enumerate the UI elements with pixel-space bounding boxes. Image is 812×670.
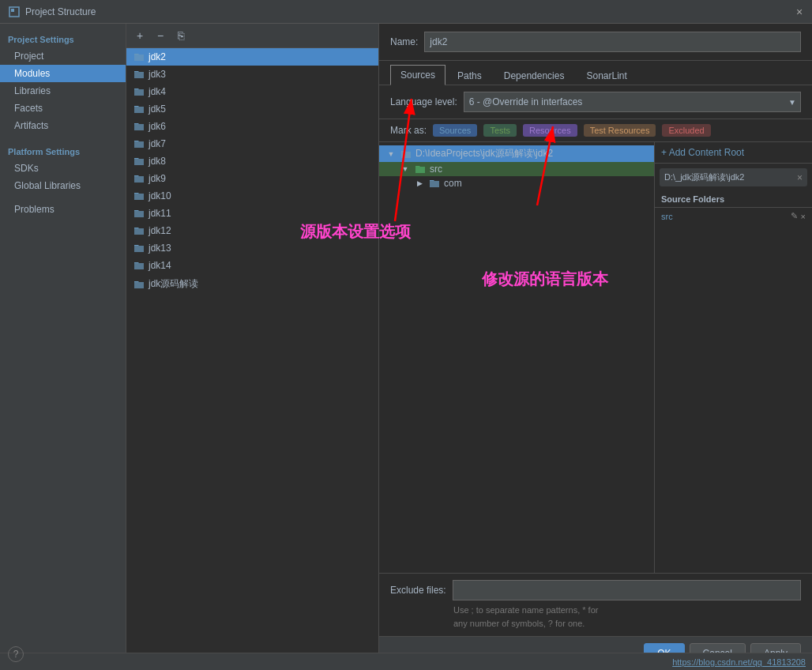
- language-level-select-wrapper: 6 - @Override in interfaces ▼: [464, 92, 801, 112]
- mark-badge-test-resources[interactable]: Test Resources: [584, 124, 656, 137]
- tree-item-src[interactable]: ▼ src: [379, 162, 654, 176]
- tab-sources[interactable]: Sources: [390, 65, 445, 85]
- module-item-jdk5[interactable]: jdk5: [126, 100, 378, 118]
- tab-paths[interactable]: Paths: [447, 66, 492, 85]
- status-bar-url[interactable]: https://blog.csdn.net/qq_41813208: [672, 657, 806, 667]
- folder-icon: [133, 279, 145, 290]
- sidebar-item-project[interactable]: Project: [0, 47, 126, 65]
- add-module-button[interactable]: +: [131, 27, 148, 44]
- close-button[interactable]: ×: [793, 6, 806, 18]
- folder-icon: [133, 173, 145, 184]
- mark-badge-resources[interactable]: Resources: [523, 124, 577, 137]
- tree-item-root[interactable]: ▼ D:\IdeaProjects\jdk源码解读\jdk2: [379, 145, 654, 162]
- file-tree: ▼ D:\IdeaProjects\jdk源码解读\jdk2 ▼ src: [379, 142, 654, 573]
- name-label: Name:: [390, 36, 418, 47]
- folder-icon: [133, 121, 145, 132]
- module-item-jdk6[interactable]: jdk6: [126, 118, 378, 135]
- source-folder-item-src: src ✎ ×: [655, 208, 812, 224]
- module-item-jdk8[interactable]: jdk8: [126, 152, 378, 170]
- question-icon: ?: [13, 649, 19, 660]
- module-list: + − ⎘ jdk2 jdk3 jdk4: [126, 24, 379, 670]
- language-level-row: Language level: 6 - @Override in interfa…: [379, 85, 812, 119]
- tab-dependencies[interactable]: Dependencies: [494, 66, 575, 85]
- module-label: jdk12: [148, 225, 171, 236]
- project-settings-title: Project Settings: [0, 30, 126, 47]
- path-box: D:\_jdk源码解读\jdk2 ×: [660, 168, 807, 186]
- module-label: jdk13: [148, 243, 171, 254]
- tree-expand-icon[interactable]: ▶: [414, 178, 425, 189]
- add-content-root-button[interactable]: + Add Content Root: [655, 142, 812, 164]
- module-item-jdk-src[interactable]: jdk源码解读: [126, 274, 378, 294]
- module-item-jdk14[interactable]: jdk14: [126, 257, 378, 274]
- module-label: jdk8: [148, 156, 166, 167]
- path-label: D:\_jdk源码解读\jdk2: [664, 171, 744, 183]
- folder-icon: [133, 190, 145, 201]
- tree-item-label: D:\IdeaProjects\jdk源码解读\jdk2: [415, 147, 553, 160]
- tree-item-label: src: [430, 164, 442, 175]
- folder-icon: [133, 225, 145, 236]
- tree-item-com[interactable]: ▶ com: [379, 176, 654, 190]
- exclude-files-row: Exclude files:: [390, 580, 801, 600]
- exclude-files-label: Exclude files:: [390, 585, 446, 596]
- right-panel: Name: Sources Paths Dependencies SonarLi…: [379, 24, 812, 670]
- mark-badge-excluded[interactable]: Excluded: [662, 124, 710, 137]
- module-label: jdk11: [148, 208, 171, 219]
- tree-item-label: com: [444, 178, 462, 189]
- mark-badge-sources[interactable]: Sources: [433, 124, 477, 137]
- module-item-jdk9[interactable]: jdk9: [126, 170, 378, 187]
- folder-icon: [133, 138, 145, 149]
- module-item-jdk12[interactable]: jdk12: [126, 222, 378, 239]
- help-button[interactable]: ?: [8, 646, 24, 662]
- module-item-jdk11[interactable]: jdk11: [126, 205, 378, 222]
- module-label: jdk2: [148, 51, 166, 62]
- edit-source-folder-button[interactable]: ✎: [791, 211, 798, 221]
- folder-icon: [133, 69, 145, 80]
- module-label: jdk6: [148, 121, 166, 132]
- language-level-select[interactable]: 6 - @Override in interfaces: [464, 92, 801, 112]
- module-item-jdk2[interactable]: jdk2: [126, 48, 378, 66]
- mark-badge-tests[interactable]: Tests: [483, 124, 517, 137]
- module-item-jdk3[interactable]: jdk3: [126, 66, 378, 83]
- exclude-files-input[interactable]: [453, 580, 801, 600]
- module-item-jdk4[interactable]: jdk4: [126, 83, 378, 100]
- sidebar: Project Settings Project Modules Librari…: [0, 24, 126, 670]
- remove-source-folder-button[interactable]: ×: [801, 212, 806, 221]
- sidebar-item-facets[interactable]: Facets: [0, 100, 126, 117]
- sidebar-item-modules[interactable]: Modules: [0, 65, 126, 82]
- tabs-row: Sources Paths Dependencies SonarLint: [379, 61, 812, 85]
- title-bar: Project Structure ×: [0, 0, 812, 24]
- remove-module-button[interactable]: −: [152, 27, 169, 44]
- sidebar-item-problems[interactable]: Problems: [0, 201, 126, 218]
- path-close-button[interactable]: ×: [797, 172, 803, 183]
- mark-as-label: Mark as:: [390, 125, 427, 136]
- tree-expand-icon[interactable]: ▼: [385, 149, 397, 160]
- bottom-area: Exclude files: Use ; to separate name pa…: [379, 573, 812, 636]
- folder-icon: [133, 86, 145, 97]
- tab-sonarlint[interactable]: SonarLint: [576, 66, 637, 85]
- module-label: jdk14: [148, 260, 171, 271]
- sidebar-item-sdks[interactable]: SDKs: [0, 160, 126, 177]
- module-toolbar: + − ⎘: [126, 24, 378, 48]
- module-item-jdk10[interactable]: jdk10: [126, 187, 378, 205]
- language-level-label: Language level:: [390, 96, 457, 107]
- folder-icon: [400, 149, 412, 160]
- tree-expand-icon[interactable]: ▼: [400, 164, 411, 175]
- right-side-panel: + Add Content Root D:\_jdk源码解读\jdk2 × So…: [654, 142, 812, 573]
- module-item-jdk13[interactable]: jdk13: [126, 239, 378, 257]
- folder-icon: [133, 243, 145, 254]
- module-label: jdk5: [148, 104, 166, 115]
- folder-icon: [414, 164, 427, 175]
- module-label: jdk7: [148, 138, 166, 149]
- source-folder-label: src: [661, 212, 673, 221]
- sidebar-item-global-libraries[interactable]: Global Libraries: [0, 177, 126, 194]
- folder-icon: [133, 104, 145, 115]
- module-item-jdk7[interactable]: jdk7: [126, 135, 378, 152]
- copy-module-button[interactable]: ⎘: [172, 27, 190, 44]
- module-label: jdk4: [148, 86, 166, 97]
- name-input[interactable]: [424, 32, 801, 52]
- title-bar-icon: [8, 6, 21, 18]
- sidebar-item-libraries[interactable]: Libraries: [0, 82, 126, 100]
- folder-icon: [133, 51, 145, 62]
- sidebar-item-artifacts[interactable]: Artifacts: [0, 117, 126, 134]
- folder-icon: [133, 156, 145, 167]
